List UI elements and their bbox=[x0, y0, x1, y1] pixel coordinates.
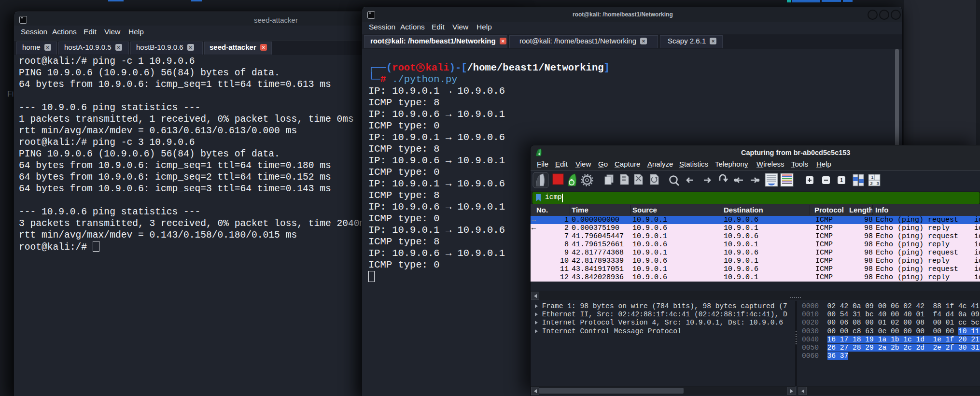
svg-text:2: 2 bbox=[870, 181, 872, 186]
svg-text:3: 3 bbox=[876, 181, 879, 186]
svg-text:1: 1 bbox=[840, 177, 843, 183]
svg-text:1: 1 bbox=[871, 175, 873, 180]
